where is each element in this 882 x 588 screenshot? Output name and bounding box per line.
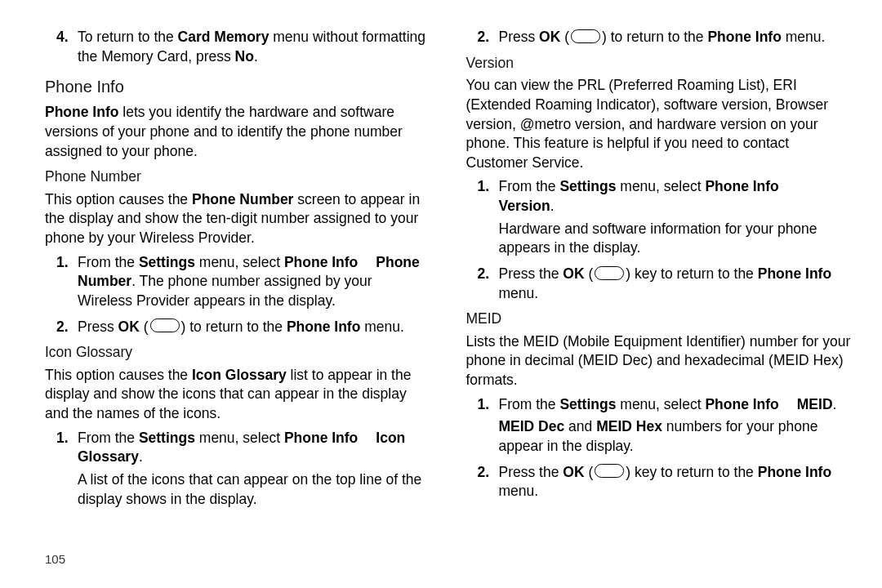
bold: Phone Number [192, 191, 293, 207]
text: menu. [499, 483, 539, 499]
icon-glossary-intro: This option causes the Icon Glossary lis… [45, 366, 430, 424]
step-1: From the Settings menu, select Phone Inf… [499, 177, 852, 258]
bold: Icon Glossary [192, 367, 287, 383]
icon-glossary-heading: Icon Glossary [45, 343, 430, 363]
text: . [139, 448, 143, 465]
text: Press [499, 29, 540, 45]
bold: Settings [139, 430, 195, 446]
bold: OK [539, 29, 560, 45]
bold: Settings [139, 254, 195, 270]
ok-key-icon [150, 318, 180, 332]
text: ) key to return to the [626, 464, 757, 480]
bold: MEID Dec [499, 418, 565, 434]
text: menu, select [616, 396, 705, 412]
icon-glossary-steps: From the Settings menu, select Phone Inf… [45, 429, 430, 510]
version-steps: From the Settings menu, select Phone Inf… [466, 177, 852, 303]
bold: Phone Info [45, 104, 118, 120]
text: ) to return to the [181, 318, 287, 335]
bold: Settings [559, 178, 616, 194]
text: menu. [782, 29, 826, 45]
phone-number-heading: Phone Number [45, 167, 430, 187]
phone-info-heading: Phone Info [45, 76, 430, 98]
bold: No [235, 48, 254, 65]
step-2: Press the OK () key to return to the Pho… [499, 265, 852, 303]
meid-heading: MEID [466, 310, 852, 329]
step-1: From the Settings menu, select Phone Inf… [499, 395, 852, 457]
text: Press [78, 318, 118, 335]
bold: OK [118, 318, 140, 335]
ok-key-icon [571, 29, 600, 43]
ok-key-icon [595, 464, 624, 478]
right-column: Press OK () to return to the Phone Info … [448, 24, 852, 568]
step-1-sub: Hardware and software information for yo… [499, 220, 852, 258]
text: To return to the [78, 29, 178, 45]
text: Press the [499, 265, 564, 282]
phone-number-steps: From the Settings menu, select Phone Inf… [45, 253, 430, 337]
bold: Phone Info [758, 464, 831, 480]
step-2: Press the OK () key to return to the Pho… [499, 463, 852, 501]
step-4: To return to the Card Memory menu withou… [78, 28, 430, 66]
bold: Phone Info [758, 265, 831, 282]
card-memory-steps-cont: To return to the Card Memory menu withou… [45, 28, 430, 66]
text: ( [585, 464, 594, 480]
version-intro: You can view the PRL (Preferred Roaming … [466, 76, 852, 172]
bold: Phone Info [287, 318, 360, 335]
bold: OK [563, 265, 584, 282]
bold: Card Memory [178, 29, 270, 45]
text: menu. [499, 285, 539, 301]
text: From the [78, 430, 139, 446]
step-1-sub: MEID Dec and MEID Hex numbers for your p… [499, 417, 852, 456]
text: and [564, 418, 596, 434]
page-number: 105 [45, 551, 65, 568]
text: . [254, 48, 258, 65]
bold: Phone Info [284, 430, 358, 446]
text: ( [585, 265, 594, 282]
meid-steps: From the Settings menu, select Phone Inf… [466, 395, 852, 501]
left-column: To return to the Card Memory menu withou… [45, 24, 448, 568]
text: This option causes the [45, 367, 192, 383]
text: ) to return to the [602, 29, 707, 45]
text: From the [499, 178, 560, 194]
step-2: Press OK () to return to the Phone Info … [78, 318, 430, 337]
bold: Version [499, 198, 550, 214]
step-1-sub: A list of the icons that can appear on t… [78, 470, 430, 509]
text: menu. [360, 318, 404, 335]
icon-glossary-steps-cont: Press OK () to return to the Phone Info … [466, 28, 852, 47]
text: From the [78, 254, 139, 270]
bold: Settings [559, 396, 616, 412]
phone-info-intro: Phone Info lets you identify the hardwar… [45, 103, 430, 161]
text: This option causes the [45, 191, 192, 207]
text: menu, select [195, 254, 284, 270]
bold: OK [563, 464, 584, 480]
text: Press the [499, 464, 564, 480]
text: . [550, 198, 555, 214]
text: ) key to return to the [626, 265, 757, 282]
text: From the [499, 396, 560, 412]
bold: Phone Info [705, 396, 778, 412]
version-heading: Version [466, 54, 852, 74]
step-1: From the Settings menu, select Phone Inf… [78, 253, 430, 311]
text: ( [140, 318, 149, 335]
bold: Phone Info [705, 178, 778, 194]
step-2: Press OK () to return to the Phone Info … [499, 28, 852, 47]
bold: Phone Info [707, 29, 781, 45]
meid-intro: Lists the MEID (Mobile Equipment Identif… [466, 332, 852, 390]
text: menu, select [616, 178, 705, 194]
text: menu, select [195, 430, 284, 446]
ok-key-icon [595, 266, 624, 280]
text: ( [560, 29, 569, 45]
phone-number-intro: This option causes the Phone Number scre… [45, 190, 430, 248]
text: . [833, 396, 837, 412]
bold: MEID [797, 396, 833, 412]
bold: MEID Hex [596, 418, 662, 434]
step-1: From the Settings menu, select Phone Inf… [78, 429, 430, 510]
bold: Phone Info [284, 254, 358, 270]
manual-page: To return to the Card Memory menu withou… [0, 0, 882, 588]
